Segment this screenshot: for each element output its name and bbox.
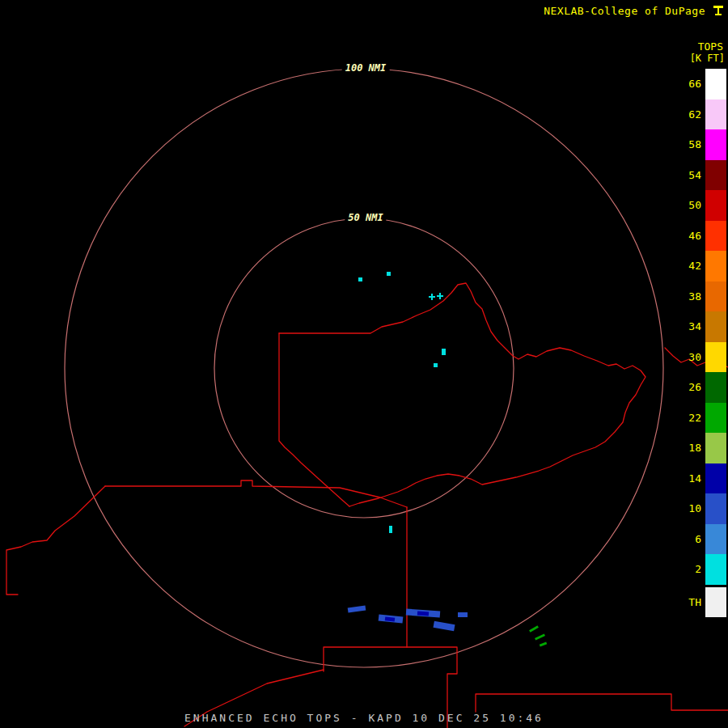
legend-entry-label: 34 — [688, 320, 701, 332]
legend-entry-6: 6 — [688, 524, 726, 555]
legend-color-swatch — [705, 554, 726, 585]
legend-color-swatch — [705, 342, 726, 373]
legend-entry-label: 62 — [688, 108, 701, 121]
radar-screen: 100 NMI 50 NMI NEXLAB-College of DuPage … — [0, 0, 728, 728]
range-ring-50 — [214, 218, 514, 518]
legend-entry-18: 18 — [688, 433, 726, 463]
legend-color-swatch — [705, 433, 726, 463]
legend-entry-26: 26 — [688, 372, 726, 403]
legend-color-swatch — [705, 129, 726, 160]
county-boundaries — [6, 283, 728, 728]
legend-entry-14: 14 — [688, 463, 726, 494]
legend-color-swatch — [705, 281, 726, 312]
legend-title: TOPS — [688, 40, 726, 53]
legend-entry-label: 38 — [688, 290, 701, 303]
legend-entry-label: 58 — [688, 138, 701, 150]
legend-entry-62: 62 — [688, 99, 726, 130]
legend-entry-label: 42 — [688, 260, 701, 272]
legend-entry-label: 6 — [695, 533, 701, 545]
legend: TOPS [K FT] 6662585450464238343026221814… — [688, 40, 726, 617]
legend-entry-66: 66 — [688, 69, 726, 99]
legend-color-swatch — [705, 251, 726, 281]
legend-entry-label: 30 — [688, 351, 701, 363]
legend-entry-42: 42 — [688, 251, 726, 281]
legend-color-swatch — [705, 463, 726, 494]
legend-color-swatch — [705, 403, 726, 434]
legend-entry-label: TH — [688, 596, 701, 608]
legend-color-swatch — [705, 160, 726, 191]
legend-entry-label: 14 — [688, 472, 701, 485]
legend-entry-34: 34 — [688, 311, 726, 342]
radar-map — [0, 0, 728, 728]
legend-entry-label: 50 — [688, 199, 701, 211]
legend-entry-58: 58 — [688, 129, 726, 160]
product-caption: ENHANCED ECHO TOPS - KAPD 10 DEC 25 10:4… — [0, 712, 728, 724]
legend-entry-22: 22 — [688, 403, 726, 434]
legend-color-swatch — [705, 493, 726, 524]
legend-entry-10: 10 — [688, 493, 726, 524]
legend-entry-54: 54 — [688, 160, 726, 191]
legend-entry-label: 2 — [695, 563, 701, 575]
legend-color-swatch — [705, 587, 726, 618]
legend-units: [K FT] — [688, 53, 726, 64]
legend-entry-label: 26 — [688, 381, 701, 393]
legend-entry-label: 18 — [688, 442, 701, 454]
legend-color-swatch — [705, 69, 726, 99]
range-ring-50-label: 50 NMI — [345, 212, 386, 223]
legend-entry-38: 38 — [688, 281, 726, 312]
brand-text: NEXLAB-College of DuPage — [544, 5, 705, 17]
legend-entry-label: 22 — [688, 412, 701, 424]
legend-entry-50: 50 — [688, 190, 726, 221]
legend-entry-TH: TH — [688, 587, 726, 618]
legend-entry-30: 30 — [688, 342, 726, 373]
legend-entry-label: 10 — [688, 502, 701, 514]
legend-entry-label: 54 — [688, 169, 701, 181]
range-ring-100-label: 100 NMI — [342, 62, 390, 74]
legend-color-swatch — [705, 524, 726, 555]
legend-color-swatch — [705, 190, 726, 221]
legend-color-swatch — [705, 311, 726, 342]
legend-entry-46: 46 — [688, 221, 726, 252]
legend-entry-label: 66 — [688, 78, 701, 90]
legend-color-swatch — [705, 372, 726, 403]
legend-entry-2: 2 — [688, 554, 726, 585]
legend-color-swatch — [705, 221, 726, 252]
legend-entry-label: 46 — [688, 230, 701, 242]
legend-color-swatch — [705, 99, 726, 130]
cod-logo-icon — [712, 4, 725, 17]
legend-entries: 66625854504642383430262218141062TH — [688, 69, 726, 617]
range-ring-100 — [65, 69, 663, 667]
